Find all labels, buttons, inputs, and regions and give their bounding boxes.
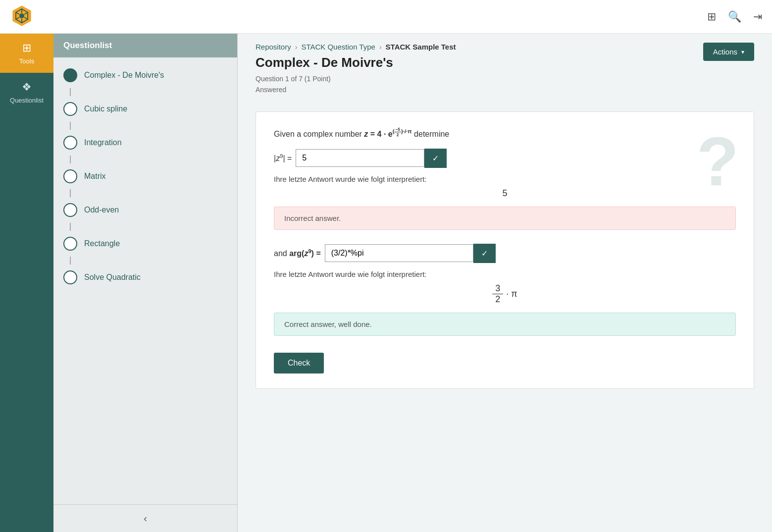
list-item[interactable]: Complex - De Moivre's (53, 62, 237, 88)
q-connector (70, 122, 71, 130)
topbar-icons: ⊞ 🔍 ⇥ (707, 10, 762, 23)
collapse-panel-button[interactable]: ‹ (144, 513, 147, 524)
breadcrumb-stack-type[interactable]: STACK Question Type (301, 43, 375, 51)
questionlist-title: Questionlist (63, 41, 112, 50)
q-connector (70, 156, 71, 163)
question-panel-header: Questionlist (53, 34, 237, 57)
question-item-label-4: Matrix (84, 172, 106, 181)
sidebar-item-questionlist-label: Questionlist (10, 97, 44, 104)
q-connector (70, 223, 71, 231)
sidebar-item-tools-label: Tools (19, 57, 34, 65)
part1-interpretation-label: Ihre letzte Antwort wurde wie folgt inte… (274, 175, 736, 183)
part1-check-button[interactable]: ✓ (424, 149, 447, 168)
question-item-label-7: Solve Quadratic (84, 273, 141, 282)
part2-pi: · π (506, 289, 517, 299)
part2-interpretation-label: Ihre letzte Antwort wurde wie folgt inte… (274, 270, 736, 278)
part2-numerator: 3 (492, 283, 503, 294)
part2-label: and arg(z9) = (274, 248, 321, 258)
part2-interpretation-value: 3 2 · π (274, 283, 736, 305)
question-status: Answered (256, 84, 754, 95)
part1-label: |z9| = (274, 153, 292, 163)
breadcrumb-sep-1: › (295, 43, 298, 51)
breadcrumb-repository[interactable]: Repository (256, 43, 291, 51)
question-panel: Questionlist Complex - De Moivre's Cubic… (53, 34, 238, 532)
sidebar: ⊞ Tools ❖ Questionlist (0, 34, 53, 532)
list-item[interactable]: Integration (53, 130, 237, 156)
logo-icon (10, 4, 34, 28)
question-circle-7 (63, 270, 77, 284)
part1-input[interactable] (296, 149, 424, 167)
question-item-label-3: Integration (84, 138, 122, 147)
feedback-incorrect: Incorrect answer. (274, 207, 736, 230)
q-connector (70, 88, 71, 96)
list-item[interactable]: Rectangle (53, 231, 237, 257)
part2-input-row: and arg(z9) = ✓ (274, 244, 736, 263)
question-item-label-6: Rectangle (84, 239, 120, 248)
question-intro-end: determine (414, 130, 449, 138)
question-circle-5 (63, 203, 77, 217)
content-header: Repository › STACK Question Type › STACK… (238, 34, 772, 102)
question-formula-text: Given a complex number z = 4 · e(−52)·i·… (274, 127, 736, 139)
content-area: Repository › STACK Question Type › STACK… (238, 34, 772, 532)
question-item-label-1: Complex - De Moivre's (84, 71, 164, 80)
question-meta: Question 1 of 7 (1 Point) Answered (256, 73, 754, 96)
question-circle-3 (63, 136, 77, 150)
check-submit-button[interactable]: Check (274, 353, 324, 373)
question-card: ? Given a complex number z = 4 · e(−52)·… (256, 111, 754, 389)
breadcrumb: Repository › STACK Question Type › STACK… (256, 43, 754, 51)
logout-icon[interactable]: ⇥ (753, 10, 762, 23)
search-icon[interactable]: 🔍 (728, 10, 741, 23)
feedback-correct: Correct answer, well done. (274, 313, 736, 336)
part1-input-row: |z9| = ✓ (274, 149, 736, 168)
tools-icon: ⊞ (22, 42, 31, 54)
list-item[interactable]: Cubic spline (53, 96, 237, 122)
breadcrumb-stack-test[interactable]: STACK Sample Test (386, 43, 456, 51)
part2-check-button[interactable]: ✓ (473, 244, 496, 263)
question-item-label-5: Odd-even (84, 206, 119, 214)
part2-denominator: 2 (492, 294, 503, 305)
question-panel-footer: ‹ (53, 504, 237, 532)
list-item[interactable]: Solve Quadratic (53, 265, 237, 290)
question-circle-4 (63, 169, 77, 183)
list-item[interactable]: Odd-even (53, 197, 237, 223)
question-number: Question 1 of 7 (1 Point) (256, 73, 754, 84)
part1-check-icon: ✓ (432, 154, 439, 163)
page-title: Complex - De Moivre's (256, 55, 754, 70)
q-connector (70, 189, 71, 197)
sidebar-item-questionlist[interactable]: ❖ Questionlist (0, 73, 53, 112)
actions-caret: ▾ (741, 49, 744, 55)
dashboard-icon[interactable]: ⊞ (707, 10, 716, 23)
q-connector (70, 257, 71, 265)
part2-check-icon: ✓ (481, 249, 488, 258)
question-circle-6 (63, 237, 77, 251)
actions-button[interactable]: Actions ▾ (703, 43, 754, 61)
questionlist-icon: ❖ (22, 81, 32, 94)
topbar: ⊞ 🔍 ⇥ (0, 0, 772, 34)
actions-label: Actions (713, 48, 737, 56)
list-item[interactable]: Matrix (53, 163, 237, 189)
logo[interactable] (10, 4, 34, 30)
question-item-label-2: Cubic spline (84, 105, 127, 113)
question-list: Complex - De Moivre's Cubic spline Integ… (53, 57, 237, 504)
part1-interpretation-value: 5 (274, 188, 736, 199)
question-circle-1 (63, 68, 77, 82)
svg-point-2 (19, 13, 24, 18)
main-layout: ⊞ Tools ❖ Questionlist Questionlist Comp… (0, 34, 772, 532)
part2-input[interactable] (325, 244, 473, 262)
sidebar-item-tools[interactable]: ⊞ Tools (0, 34, 53, 73)
question-content: ? Given a complex number z = 4 · e(−52)·… (238, 102, 772, 399)
question-intro: Given a complex number (274, 130, 362, 138)
breadcrumb-sep-2: › (379, 43, 382, 51)
question-circle-2 (63, 102, 77, 116)
